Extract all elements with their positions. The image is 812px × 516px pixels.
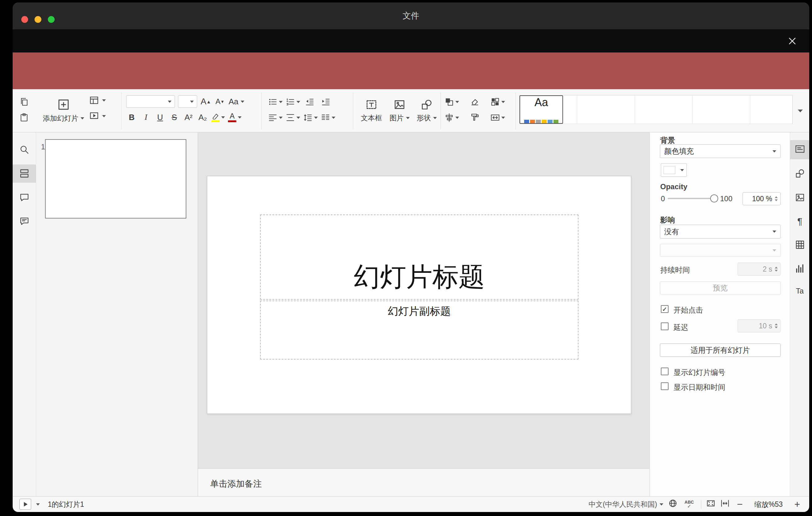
preview-button: 预览 [660,282,781,294]
language-selector[interactable]: 中文(中华人民共和国) [589,500,663,509]
notes-area[interactable]: 单击添加备注 [198,468,649,496]
subscript-button[interactable]: A₂ [197,111,208,123]
delay-spinner: 10 s [738,319,781,333]
opacity-spinner[interactable]: 100 % [743,192,781,205]
font-color-glyph: A [230,113,234,119]
insert-image-button[interactable]: 图片 [386,91,412,131]
insert-textbox-button[interactable]: 文本框 [357,91,385,131]
chart-settings-button[interactable] [790,261,809,276]
theme-gallery-expand-button[interactable] [794,102,806,120]
highlight-color-button[interactable] [211,111,225,123]
slide-settings-panel: 背景 颜色填充 Opacity 0 100 100 % 影响 没有 持续时间 2… [649,133,790,496]
zoom-out-button[interactable]: − [734,499,745,510]
duration-spinner: 2 s [738,263,781,276]
chevron-down-icon[interactable] [36,503,40,506]
show-date-time-checkbox[interactable] [661,382,669,390]
font-color-button[interactable]: A [228,111,241,123]
bullets-button[interactable] [268,95,283,108]
numbering-button[interactable] [286,95,300,108]
superscript-button[interactable]: A² [183,111,194,123]
slide-thumbnails-panel: 1 [36,133,198,496]
underline-button[interactable]: U [154,111,166,123]
theme-tile[interactable] [693,95,750,124]
chevron-down-icon [773,150,776,152]
background-fill-select[interactable]: 颜色填充 [660,144,781,158]
columns-button[interactable] [321,111,335,124]
apply-to-all-slides-button[interactable]: 适用于所有幻灯片 [660,343,781,357]
increase-font-button[interactable]: A▲ [200,95,211,108]
insert-shape-button[interactable]: 形状 [414,91,440,131]
slide-settings-button[interactable] [790,142,809,156]
change-layout-button[interactable] [89,95,106,105]
increase-indent-button[interactable] [319,95,332,108]
decrease-indent-button[interactable] [303,95,316,108]
background-color-swatch[interactable] [661,163,687,177]
comment-icon [20,193,29,202]
show-slide-number-checkbox[interactable] [661,368,669,375]
strikeout-button[interactable]: S [169,111,180,123]
copy-button[interactable] [18,95,31,108]
slides-panel-button[interactable] [13,166,36,181]
theme-tile-selected[interactable]: Aa [520,95,563,124]
paragraph-settings-button[interactable]: ¶ [790,214,809,229]
document-language-button[interactable] [668,499,677,510]
italic-button[interactable]: I [140,111,151,123]
start-on-click-checkbox[interactable] [661,305,669,313]
spellcheck-button[interactable]: ABC ✓ [683,498,696,511]
slide-thumbnail[interactable] [45,139,186,219]
copy-style-button[interactable] [468,111,481,124]
statusbar-divider [701,500,701,509]
change-case-button[interactable]: Aa [229,95,244,108]
font-name-combo[interactable] [126,95,175,108]
bold-button[interactable]: B [126,111,137,123]
transition-effect-select[interactable]: 没有 [660,225,781,238]
vertical-align-icon [286,113,295,122]
background-section-label: 背景 [660,136,675,145]
spinner-arrows-icon[interactable] [775,196,778,201]
close-dialog-button[interactable] [784,33,801,49]
title-placeholder[interactable]: 幻灯片标题 [260,214,578,300]
color-scheme-button[interactable] [491,95,505,108]
chevron-down-icon [241,101,244,103]
shape-settings-button[interactable] [790,166,809,181]
font-size-combo[interactable] [178,95,197,108]
color-swatch [664,166,675,174]
delay-checkbox[interactable] [661,322,669,330]
decrease-font-button[interactable]: A▼ [214,95,226,108]
fit-width-button[interactable] [720,499,730,510]
vertical-align-button[interactable] [286,111,300,124]
add-slide-label: 添加幻灯片 [43,114,78,123]
paste-icon [20,113,29,122]
slide-size-button[interactable] [491,111,505,124]
textart-settings-button[interactable]: Ta [790,284,809,298]
add-slide-button[interactable]: 添加幻灯片 [40,91,87,131]
opacity-slider-track[interactable] [668,198,713,199]
theme-tile[interactable] [635,95,693,124]
subtitle-placeholder[interactable]: 幻灯片副标题 [260,300,578,360]
opacity-slider-knob[interactable] [710,194,718,202]
clear-style-button[interactable] [468,95,481,108]
zoom-in-button[interactable]: + [792,499,803,510]
theme-preview-text: Aa [534,96,548,109]
comments-panel-button[interactable] [13,190,36,205]
line-spacing-button[interactable] [303,111,318,124]
color-scheme-icon [491,97,500,107]
theme-tile[interactable] [577,95,635,124]
window-title: 文件 [13,2,809,29]
image-settings-button[interactable] [790,190,809,205]
arrange-shape-button[interactable] [444,95,459,108]
align-shape-button[interactable] [444,111,459,124]
fit-slide-button[interactable] [706,499,716,510]
home-toolbar: 添加幻灯片 A▲ A▼ Aa B I U S A² A₂ [13,89,809,133]
paste-button[interactable] [18,111,31,124]
slide-canvas[interactable]: 幻灯片标题 幻灯片副标题 [207,176,631,414]
start-slideshow-button[interactable] [89,111,106,121]
table-settings-button[interactable] [790,237,809,252]
horizontal-align-button[interactable] [268,111,283,124]
start-slideshow-status-button[interactable] [20,499,31,510]
duration-label: 持续时间 [660,265,690,275]
search-panel-button[interactable] [13,142,36,157]
chat-panel-button[interactable] [13,214,36,229]
opacity-label: Opacity [660,182,687,191]
highlight-pen-icon [212,113,220,119]
